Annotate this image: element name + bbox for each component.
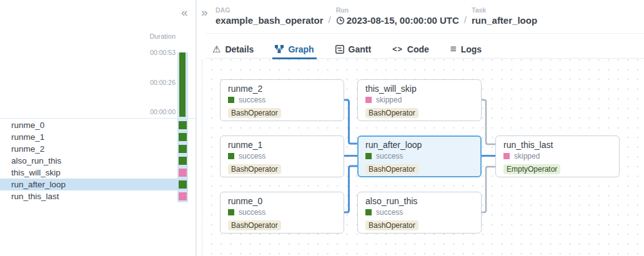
- chart-separator: [0, 118, 196, 119]
- status-text: success: [239, 208, 265, 217]
- node-title: this_will_skip: [365, 84, 473, 94]
- task-label: runme_0: [11, 121, 44, 130]
- task-label: run_this_last: [11, 192, 59, 201]
- status-text: success: [239, 96, 265, 104]
- code-icon: <>: [392, 45, 403, 54]
- status-square: [228, 209, 234, 215]
- graph-node-runme_1[interactable]: runme_1 success BashOperator: [220, 135, 344, 177]
- breadcrumb-separator: /: [464, 14, 467, 26]
- edge-also_run_this-run_this_last: [482, 167, 496, 212]
- header-separator: [206, 33, 644, 34]
- task-instance-square-run_after_loop[interactable]: [179, 180, 187, 189]
- expand-panel-icon[interactable]: »: [201, 6, 208, 18]
- task-label: run_after_loop: [11, 180, 66, 189]
- status-text: success: [239, 152, 265, 160]
- tab-bar: ⚠ Details Graph Gantt <> Code ≡ Logs: [206, 40, 644, 59]
- status-square: [228, 97, 234, 103]
- task-instance-square-runme_0[interactable]: [179, 121, 187, 129]
- breadcrumb: DAG example_bash_operator / Run 2023-08-…: [215, 6, 537, 26]
- operator-badge: BashOperator: [228, 108, 281, 118]
- breadcrumb-separator: /: [329, 14, 331, 26]
- duration-axis-title: Duration: [149, 32, 176, 40]
- tab-label: Graph: [288, 44, 314, 54]
- tab-gantt[interactable]: Gantt: [335, 40, 372, 59]
- operator-badge: BashOperator: [228, 164, 281, 174]
- status-text: success: [376, 152, 403, 160]
- task-instance-square-run_this_last[interactable]: [179, 192, 187, 200]
- task-label: runme_2: [11, 144, 44, 154]
- dag-run-duration-bar[interactable]: [179, 52, 186, 117]
- task-row-this_will_skip[interactable]: this_will_skip: [0, 167, 188, 179]
- run-label: Run: [336, 6, 459, 14]
- duration-tick: 00:00:00: [138, 108, 176, 116]
- task-instance-square-runme_2[interactable]: [179, 145, 187, 153]
- duration-tick: 00:00:53: [138, 49, 176, 56]
- tab-label: Details: [225, 44, 254, 54]
- operator-badge: BashOperator: [365, 164, 419, 174]
- node-title: runme_2: [228, 84, 336, 94]
- tab-label: Code: [407, 44, 429, 54]
- task-row-also_run_this[interactable]: also_run_this: [0, 155, 188, 167]
- run-link[interactable]: 2023-08-15, 00:00:00 UTC: [336, 15, 459, 26]
- task-instance-square-runme_1[interactable]: [179, 133, 187, 141]
- task-row-run_after_loop[interactable]: run_after_loop: [0, 179, 188, 190]
- logs-icon: ≡: [450, 43, 457, 56]
- task-row-runme_0[interactable]: runme_0: [0, 119, 188, 131]
- warning-icon: ⚠: [212, 44, 220, 54]
- dag-name-link[interactable]: example_bash_operator: [215, 15, 324, 26]
- task-label: Task: [472, 6, 537, 14]
- task-label: runme_1: [11, 132, 44, 142]
- graph-icon: [275, 45, 284, 53]
- clock-icon: [336, 16, 345, 25]
- status-square: [365, 153, 372, 159]
- collapse-sidebar-icon[interactable]: «: [181, 6, 188, 18]
- graph-canvas[interactable]: runme_2 success BashOperator this_will_s…: [202, 59, 644, 256]
- tab-label: Logs: [461, 44, 482, 54]
- graph-node-also_run_this[interactable]: also_run_this success BashOperator: [357, 192, 482, 234]
- gantt-icon: [335, 45, 344, 54]
- graph-node-run_this_last[interactable]: run_this_last skipped EmptyOperator: [495, 135, 620, 177]
- graph-node-run_after_loop[interactable]: run_after_loop success BashOperator: [357, 135, 482, 177]
- duration-tick: 00:00:26: [138, 79, 176, 86]
- grid-sidebar: « Duration 00:00:53 00:00:26 00:00:00 ru…: [0, 0, 196, 256]
- breadcrumb-dag: DAG example_bash_operator: [215, 6, 324, 26]
- graph-node-runme_0[interactable]: runme_0 success BashOperator: [220, 192, 344, 234]
- breadcrumb-task: Task run_after_loop: [472, 6, 537, 26]
- status-text: skipped: [514, 152, 540, 160]
- task-label: this_will_skip: [11, 168, 61, 177]
- tab-logs[interactable]: ≡ Logs: [450, 40, 482, 59]
- graph-node-runme_2[interactable]: runme_2 success BashOperator: [220, 79, 344, 121]
- status-square: [503, 153, 510, 159]
- task-row-runme_2[interactable]: runme_2: [0, 143, 188, 155]
- tab-details[interactable]: ⚠ Details: [212, 40, 254, 59]
- task-instance-square-this_will_skip[interactable]: [179, 169, 187, 177]
- panel-divider[interactable]: [196, 0, 197, 256]
- task-row-runme_1[interactable]: runme_1: [0, 131, 188, 143]
- edge-runme_2-run_after_loop: [344, 100, 358, 144]
- task-label: also_run_this: [11, 156, 61, 165]
- status-square: [365, 209, 372, 215]
- node-title: run_this_last: [503, 140, 612, 150]
- task-list: runme_0 runme_1 runme_2 also_run_this th…: [0, 119, 188, 202]
- graph-node-this_will_skip[interactable]: this_will_skip skipped BashOperator: [357, 79, 482, 121]
- dag-label: DAG: [215, 6, 324, 14]
- task-instance-square-also_run_this[interactable]: [179, 157, 187, 165]
- run-timestamp: 2023-08-15, 00:00:00 UTC: [347, 15, 459, 26]
- task-name: run_after_loop: [472, 15, 537, 26]
- operator-badge: BashOperator: [228, 220, 281, 230]
- operator-badge: BashOperator: [365, 220, 419, 230]
- node-title: runme_1: [228, 140, 336, 150]
- status-square: [228, 153, 234, 159]
- operator-badge: EmptyOperator: [503, 164, 560, 174]
- tab-code[interactable]: <> Code: [392, 40, 429, 59]
- node-title: run_after_loop: [365, 140, 473, 150]
- breadcrumb-run: Run 2023-08-15, 00:00:00 UTC: [336, 6, 459, 26]
- operator-badge: BashOperator: [365, 108, 419, 118]
- status-square: [365, 97, 372, 103]
- node-title: runme_0: [228, 196, 336, 206]
- tab-graph[interactable]: Graph: [275, 40, 314, 59]
- edge-runme_0-run_after_loop: [344, 166, 358, 212]
- tab-label: Gantt: [349, 44, 372, 54]
- task-row-run_this_last[interactable]: run_this_last: [0, 190, 188, 202]
- node-title: also_run_this: [365, 196, 473, 206]
